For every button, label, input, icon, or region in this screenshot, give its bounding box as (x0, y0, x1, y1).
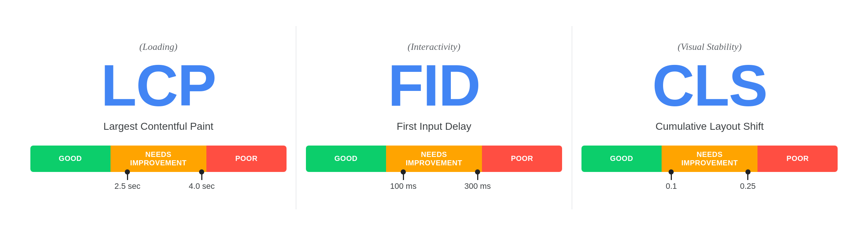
fid-fullname: First Input Delay (397, 121, 471, 132)
metric-lcp: (Loading) LCP Largest Contentful Paint G… (30, 41, 287, 194)
fid-poor-segment: POOR (482, 146, 562, 172)
lcp-markers: 2.5 sec 4.0 sec (30, 172, 287, 194)
cls-bar: GOOD NEEDSIMPROVEMENT POOR (581, 146, 838, 172)
lcp-marker-1: 2.5 sec (115, 172, 141, 191)
fid-bar: GOOD NEEDSIMPROVEMENT POOR (306, 146, 562, 172)
cls-marker-1: 0.1 (666, 172, 677, 191)
fid-markers: 100 ms 300 ms (306, 172, 562, 194)
cls-markers: 0.1 0.25 (581, 172, 838, 194)
cls-scale: GOOD NEEDSIMPROVEMENT POOR 0.1 0.25 (581, 146, 838, 194)
fid-acronym: FID (388, 56, 480, 115)
fid-marker-2-label: 300 ms (464, 181, 491, 191)
cls-poor-segment: POOR (757, 146, 838, 172)
metrics-container: (Loading) LCP Largest Contentful Paint G… (0, 26, 868, 209)
cls-marker-2-label: 0.25 (740, 181, 756, 191)
cls-marker-1-label: 0.1 (666, 181, 677, 191)
cls-subtitle: (Visual Stability) (678, 41, 742, 52)
fid-marker-2: 300 ms (464, 172, 491, 191)
lcp-fullname: Largest Contentful Paint (104, 121, 213, 132)
metric-cls: (Visual Stability) CLS Cumulative Layout… (581, 41, 838, 194)
fid-good-segment: GOOD (306, 146, 386, 172)
cls-marker-2: 0.25 (740, 172, 756, 191)
lcp-poor-segment: POOR (206, 146, 287, 172)
cls-needs-segment: NEEDSIMPROVEMENT (662, 146, 758, 172)
lcp-needs-segment: NEEDSIMPROVEMENT (111, 146, 207, 172)
lcp-bar: GOOD NEEDSIMPROVEMENT POOR (30, 146, 287, 172)
lcp-marker-2: 4.0 sec (189, 172, 215, 191)
lcp-marker-2-label: 4.0 sec (189, 181, 215, 191)
cls-acronym: CLS (652, 56, 767, 115)
lcp-marker-1-label: 2.5 sec (115, 181, 141, 191)
divider-1 (296, 26, 296, 209)
fid-marker-1-label: 100 ms (390, 181, 416, 191)
lcp-acronym: LCP (101, 56, 216, 115)
fid-subtitle: (Interactivity) (408, 41, 460, 52)
lcp-subtitle: (Loading) (139, 41, 177, 52)
lcp-scale: GOOD NEEDSIMPROVEMENT POOR 2.5 sec 4.0 s… (30, 146, 287, 194)
fid-scale: GOOD NEEDSIMPROVEMENT POOR 100 ms 300 ms (306, 146, 562, 194)
fid-needs-segment: NEEDSIMPROVEMENT (386, 146, 482, 172)
divider-2 (572, 26, 572, 209)
cls-good-segment: GOOD (581, 146, 662, 172)
lcp-good-segment: GOOD (30, 146, 111, 172)
metric-fid: (Interactivity) FID First Input Delay GO… (306, 41, 562, 194)
cls-fullname: Cumulative Layout Shift (655, 121, 764, 132)
fid-marker-1: 100 ms (390, 172, 416, 191)
